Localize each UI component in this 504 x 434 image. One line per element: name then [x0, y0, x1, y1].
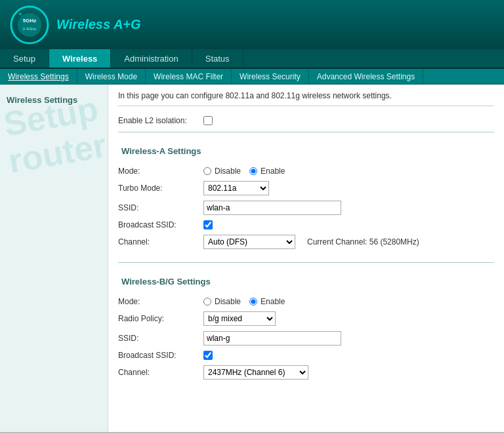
logo-area: 5GHz 2.4GHz + Wireless A+G: [7, 5, 141, 45]
wireless-bg-section: Wireless-B/G Settings Mode: Disable Enab…: [118, 273, 494, 380]
l2-isolation-row: Enable L2 isolation:: [118, 116, 494, 125]
wireless-bg-title: Wireless-B/G Settings: [118, 273, 494, 290]
wireless-bg-ssid-label: SSID:: [118, 334, 203, 343]
wireless-a-ssid-label: SSID:: [118, 203, 203, 212]
wireless-bg-broadcast-checkbox[interactable]: [203, 351, 213, 360]
wireless-a-mode-enable-radio[interactable]: [249, 167, 257, 175]
tab-status[interactable]: Status: [192, 49, 243, 68]
wireless-bg-policy-row: Radio Policy: b/g mixed 802.11b only 802…: [118, 311, 494, 326]
wireless-a-current-channel: Current Channel: 56 (5280MHz): [307, 237, 419, 247]
subnav-wireless-mac-filter[interactable]: Wireless MAC Filter: [146, 69, 232, 84]
l2-isolation-label: Enable L2 isolation:: [118, 116, 203, 125]
wireless-a-turbo-row: Turbo Mode: 802.11a Turbo Auto: [118, 181, 494, 195]
wireless-a-broadcast-control: [203, 220, 213, 229]
wireless-bg-mode-label: Mode:: [118, 297, 203, 306]
wireless-bg-channel-row: Channel: 2437MHz (Channel 6) 2412MHz (Ch…: [118, 365, 494, 380]
wireless-a-title: Wireless-A Settings: [118, 142, 494, 160]
wireless-bg-policy-label: Radio Policy:: [118, 314, 203, 323]
divider-2: [118, 262, 494, 263]
svg-point-1: [18, 13, 41, 37]
wireless-bg-ssid-input[interactable]: [203, 331, 341, 345]
tab-setup[interactable]: Setup: [0, 49, 49, 68]
wireless-bg-policy-select[interactable]: b/g mixed 802.11b only 802.11g only: [203, 311, 276, 326]
subnav-advanced-wireless-settings[interactable]: Advanced Wireless Settings: [309, 69, 423, 84]
logo-icon: 5GHz 2.4GHz +: [7, 5, 52, 45]
subnav-wireless-mode[interactable]: Wireless Mode: [77, 69, 146, 84]
wireless-a-channel-label: Channel:: [118, 237, 203, 247]
wireless-a-broadcast-checkbox[interactable]: [203, 220, 213, 229]
wireless-a-ssid-input[interactable]: [203, 201, 341, 215]
wireless-bg-mode-enable-label: Enable: [261, 297, 285, 306]
wireless-a-mode-disable-label: Disable: [215, 167, 241, 176]
sidebar-section-label: Wireless Settings: [3, 91, 104, 109]
wireless-a-broadcast-label: Broadcast SSID:: [118, 220, 203, 229]
wireless-bg-mode-enable-radio[interactable]: [249, 298, 257, 306]
wireless-a-channel-select[interactable]: Auto (DFS) 36 (5180MHz) 40 (5200MHz) 44 …: [203, 235, 295, 249]
tab-wireless[interactable]: Wireless: [49, 49, 111, 68]
wireless-a-mode-enable-label: Enable: [261, 167, 285, 176]
page-description: In this page you can configure 802.11a a…: [118, 91, 494, 106]
wireless-a-mode-label: Mode:: [118, 167, 203, 176]
header: 5GHz 2.4GHz + Wireless A+G: [0, 0, 504, 49]
wireless-bg-mode-disable-label: Disable: [215, 297, 241, 306]
wireless-bg-channel-label: Channel:: [118, 368, 203, 377]
l2-isolation-checkbox[interactable]: [203, 116, 213, 125]
sub-nav: Wireless Settings Wireless Mode Wireless…: [0, 69, 504, 85]
wireless-bg-broadcast-row: Broadcast SSID:: [118, 351, 494, 360]
wireless-bg-mode-disable-radio[interactable]: [203, 298, 211, 306]
wireless-a-ssid-control: [203, 201, 341, 215]
wireless-a-turbo-select[interactable]: 802.11a Turbo Auto: [203, 181, 269, 195]
wireless-a-channel-control: Auto (DFS) 36 (5180MHz) 40 (5200MHz) 44 …: [203, 235, 419, 249]
wireless-bg-channel-control: 2437MHz (Channel 6) 2412MHz (Channel 1) …: [203, 365, 308, 380]
wireless-a-broadcast-row: Broadcast SSID:: [118, 220, 494, 229]
divider-1: [118, 132, 494, 132]
main-area: Wireless Settings Setuprouter In this pa…: [0, 85, 504, 432]
wireless-bg-broadcast-control: [203, 351, 213, 360]
svg-text:5GHz: 5GHz: [23, 18, 36, 24]
wireless-a-mode-disable-radio[interactable]: [203, 167, 211, 175]
brand-name: Wireless A+G: [56, 17, 141, 32]
wireless-a-mode-control: Disable Enable: [203, 167, 290, 176]
nav-tabs: Setup Wireless Administration Status: [0, 49, 504, 69]
wireless-a-section: Wireless-A Settings Mode: Disable Enable…: [118, 142, 494, 249]
subnav-wireless-security[interactable]: Wireless Security: [232, 69, 309, 84]
wireless-a-ssid-row: SSID:: [118, 201, 494, 215]
wireless-bg-policy-control: b/g mixed 802.11b only 802.11g only: [203, 311, 276, 326]
svg-text:2.4GHz: 2.4GHz: [23, 27, 36, 31]
wireless-bg-ssid-row: SSID:: [118, 331, 494, 345]
l2-isolation-control: [203, 116, 213, 125]
wireless-a-turbo-label: Turbo Mode:: [118, 184, 203, 193]
tab-administration[interactable]: Administration: [111, 49, 192, 68]
wireless-a-turbo-control: 802.11a Turbo Auto: [203, 181, 269, 195]
sidebar: Wireless Settings Setuprouter: [0, 85, 108, 432]
wireless-bg-mode-row: Mode: Disable Enable: [118, 297, 494, 306]
wireless-bg-mode-control: Disable Enable: [203, 297, 290, 306]
wireless-a-mode-row: Mode: Disable Enable: [118, 167, 494, 176]
wireless-bg-channel-select[interactable]: 2437MHz (Channel 6) 2412MHz (Channel 1) …: [203, 365, 308, 380]
wireless-a-channel-row: Channel: Auto (DFS) 36 (5180MHz) 40 (520…: [118, 235, 494, 249]
svg-text:+: +: [19, 12, 22, 16]
content-area: In this page you can configure 802.11a a…: [108, 85, 504, 432]
wireless-bg-ssid-control: [203, 331, 341, 345]
wireless-bg-broadcast-label: Broadcast SSID:: [118, 351, 203, 360]
subnav-wireless-settings[interactable]: Wireless Settings: [0, 69, 77, 84]
